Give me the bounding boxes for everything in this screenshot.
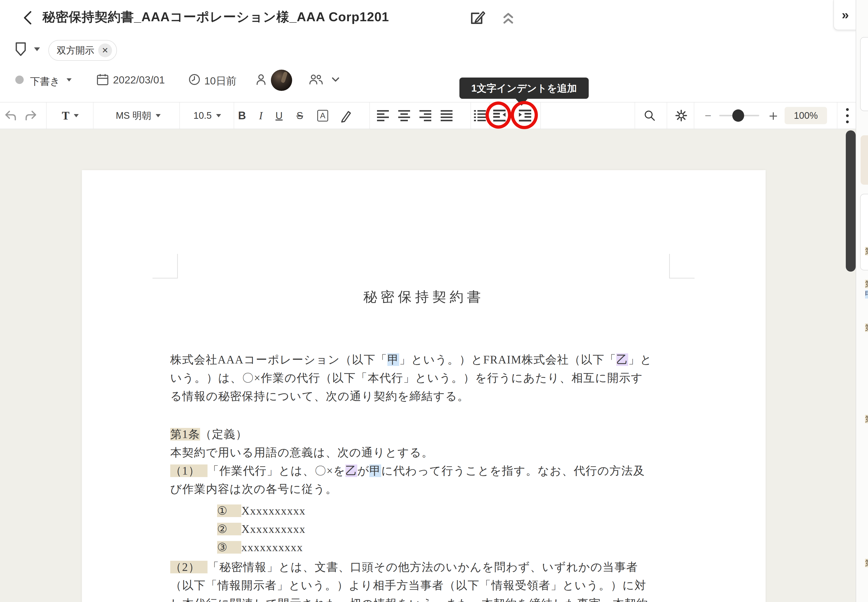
text-segment: Xxxxxxxxxx [241, 523, 305, 535]
document-text-line[interactable]: び作業内容は次の各号に従う。 [170, 480, 765, 498]
text-segment: 「秘密情報」とは、文書、口頭その他方法のいかんを問わず、いずれかの当事者 [208, 561, 638, 573]
last-edited-time: 10日前 [204, 74, 237, 88]
search-button[interactable] [640, 103, 659, 129]
char-style-button[interactable]: A [313, 103, 332, 129]
font-name-caret [156, 114, 161, 117]
panel-text-fragment: 第 [865, 280, 868, 288]
document-lines[interactable]: 株式会社AAAコーポレーション（以下「甲」という。）とFRAIM株式会社（以下「… [82, 351, 765, 602]
panel-text-fragment: 甲 [865, 290, 868, 298]
document-text-line[interactable]: ①Xxxxxxxxxx [170, 502, 765, 520]
redo-button[interactable] [22, 103, 40, 129]
font-size-value: 10.5 [193, 111, 212, 121]
edit-title-button[interactable] [469, 8, 487, 28]
collapse-header-button[interactable] [501, 11, 515, 26]
align-right-icon [419, 109, 431, 122]
document-text-line[interactable]: る情報の秘密保持について、次の通り契約を締結する。 [170, 387, 765, 405]
expand-right-panel-button[interactable]: » [833, 0, 857, 30]
author-avatar[interactable] [271, 70, 292, 91]
collapsed-right-panel[interactable]: 第 第 甲 第 第 第 [856, 0, 868, 602]
highlighted-term: 甲 [369, 464, 381, 477]
add-tag-button[interactable] [13, 41, 29, 58]
tag-chip[interactable]: 双方開示 ✕ [48, 40, 117, 61]
list-icon [474, 109, 486, 122]
text-segment: （以下「情報開示者」という。）より相手方当事者（以下「情報受領者」という。）に対 [170, 579, 646, 592]
document-text-line[interactable]: （1）「作業代行」とは、〇×を乙が甲に代わって行うことを指す。なお、代行の方法及 [170, 462, 765, 480]
zoom-level-badge[interactable]: 100% [785, 107, 827, 124]
redo-icon [24, 108, 38, 123]
zoom-out-button[interactable]: − [703, 106, 713, 125]
annotation-circle-outdent [485, 101, 511, 129]
status-dropdown-caret[interactable] [67, 78, 72, 81]
font-name-select[interactable]: MS 明朝 [101, 103, 175, 129]
more-options-button[interactable] [842, 103, 853, 129]
vertical-scrollbar-thumb[interactable] [846, 131, 856, 272]
undo-button[interactable] [2, 103, 19, 129]
text-segment: 株式会社AAAコーポレーション（以下「 [170, 353, 387, 366]
align-justify-button[interactable] [437, 103, 456, 129]
italic-button[interactable]: I [253, 103, 269, 129]
editor-canvas[interactable]: 秘密保持契約書 株式会社AAAコーポレーション（以下「甲」という。）とFRAIM… [0, 129, 856, 602]
zoom-in-button[interactable]: ＋ [766, 105, 780, 126]
zoom-slider-knob[interactable] [732, 109, 744, 122]
margin-corner-mark-left [153, 254, 178, 278]
text-segment: 」と [628, 353, 652, 366]
text-segment: xxxxxxxxxx [241, 541, 303, 554]
tag-icon [13, 41, 29, 58]
align-left-button[interactable] [373, 103, 393, 129]
double-chevron-right-icon: » [842, 8, 849, 22]
text-style-button[interactable]: T [53, 103, 87, 129]
bold-button[interactable]: B [234, 103, 250, 129]
text-segment: る情報の秘密保持について、次の通り契約を締結する。 [170, 390, 469, 402]
status-dot-icon [15, 75, 24, 84]
underline-button[interactable]: U [270, 103, 288, 129]
align-justify-icon [441, 109, 453, 122]
highlighted-term: （1） [170, 464, 208, 477]
document-text-line[interactable]: 第1条（定義） [170, 425, 765, 444]
document-text-line[interactable]: いう。）は、〇×作業の代行（以下「本代行」という。）を行うにあたり、相互に開示す [170, 369, 765, 387]
document-text-line[interactable]: （2）「秘密情報」とは、文書、口頭その他方法のいかんを問わず、いずれかの当事者 [170, 558, 765, 576]
highlighter-button[interactable] [336, 103, 356, 129]
text-segment: 」という。）とFRAIM株式会社（以下「 [399, 353, 616, 366]
document-text-line[interactable]: し本代行に関連して開示された一切の情報をいう。また、本契約を締結した事実、本契約 [170, 594, 765, 602]
tag-bar: 双方開示 ✕ [0, 40, 856, 63]
document-text-line[interactable]: ②Xxxxxxxxxx [170, 520, 765, 538]
document-page[interactable]: 秘密保持契約書 株式会社AAAコーポレーション（以下「甲」という。）とFRAIM… [82, 170, 765, 602]
status-badge[interactable]: 下書き [30, 75, 60, 88]
highlighted-term: 乙 [345, 464, 357, 477]
tag-dropdown-caret[interactable] [34, 48, 40, 51]
double-chevron-up-icon [501, 11, 515, 26]
align-left-icon [377, 109, 389, 122]
gear-icon [674, 108, 688, 123]
indent-tooltip: 1文字インデントを追加 [459, 78, 589, 99]
font-size-select[interactable]: 10.5 [185, 103, 230, 129]
document-text-line[interactable]: （以下「情報開示者」という。）より相手方当事者（以下「情報受領者」という。）に対 [170, 576, 765, 594]
back-chevron-icon [20, 9, 36, 27]
undo-icon [3, 108, 18, 123]
bold-icon: B [238, 109, 246, 122]
highlighted-term: ③ [217, 541, 241, 554]
back-button[interactable] [20, 9, 36, 27]
text-segment: （定義） [200, 428, 248, 441]
contract-date[interactable]: 2022/03/01 [113, 74, 165, 86]
clock-icon [188, 73, 201, 86]
tag-chip-label: 双方開示 [57, 44, 94, 57]
italic-icon: I [259, 109, 263, 122]
document-text-line[interactable]: ③xxxxxxxxxx [170, 538, 765, 557]
strikethrough-button[interactable]: S [291, 103, 308, 129]
align-center-button[interactable] [394, 103, 414, 129]
align-right-button[interactable] [415, 103, 435, 129]
document-editor-app: 秘密保持契約書_AAAコーポレーション様_AAA Corp1201 » [0, 0, 868, 602]
line-spacer [170, 405, 765, 425]
text-style-caret [74, 114, 79, 117]
text-segment: び作業内容は次の各号に従う。 [170, 483, 337, 495]
settings-button[interactable] [672, 103, 690, 129]
document-text-line[interactable]: 本契約で用いる用語の意義は、次の通りとする。 [170, 444, 765, 462]
remove-tag-icon[interactable]: ✕ [98, 43, 112, 57]
strikethrough-icon: S [297, 110, 303, 121]
document-heading[interactable]: 秘密保持契約書 [82, 288, 765, 306]
text-segment: に代わって行うことを指す。なお、代行の方法及 [381, 464, 645, 477]
members-chevron-icon[interactable] [331, 76, 340, 83]
document-text-line[interactable]: 株式会社AAAコーポレーション（以下「甲」という。）とFRAIM株式会社（以下「… [170, 351, 765, 369]
text-segment: 本契約で用いる用語の意義は、次の通りとする。 [170, 446, 433, 459]
align-center-icon [398, 109, 410, 122]
